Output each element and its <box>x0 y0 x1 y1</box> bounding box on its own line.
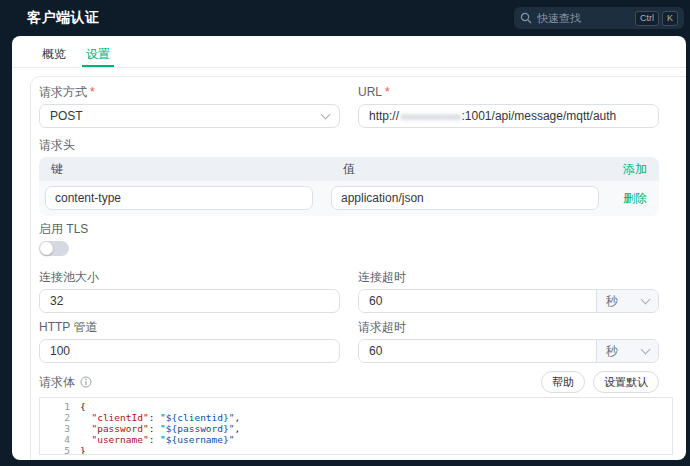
tab-overview[interactable]: 概览 <box>38 46 70 67</box>
http-pipeline-label: HTTP 管道 <box>39 320 340 334</box>
key-column-header: 键 <box>51 161 343 178</box>
add-header-button[interactable]: 添加 <box>623 161 647 178</box>
pipeline-timeout-row: HTTP 管道 请求超时 秒 <box>39 320 659 363</box>
request-body-header: 请求体 帮助 设置默认 <box>39 371 659 393</box>
connect-timeout-input[interactable] <box>359 290 596 312</box>
editor-line: 3 "password": "${password}", <box>40 423 672 434</box>
toggle-knob <box>40 242 53 255</box>
headers-table-head: 键 值 添加 <box>39 157 659 181</box>
line-number: 1 <box>40 401 80 412</box>
request-method-label: 请求方式* <box>39 85 340 99</box>
required-asterisk: * <box>90 85 95 99</box>
request-method-value: POST <box>50 109 83 123</box>
header-key-input[interactable] <box>45 186 313 210</box>
connect-timeout-label: 连接超时 <box>358 270 659 284</box>
url-input[interactable]: http:// ●●●●●●●●●●●● :1001/api/message/m… <box>358 104 659 128</box>
request-body-editor[interactable]: 1 { 2 "clientId": "${clientid}", 3 "pass… <box>39 397 673 455</box>
tab-bar: 概览 设置 <box>12 36 686 68</box>
editor-line: 4 "username": "${username}" <box>40 434 672 445</box>
code-text: } <box>80 445 86 455</box>
unit-value: 秒 <box>606 293 618 310</box>
header-value-input[interactable] <box>331 186 599 210</box>
value-column-header: 值 <box>343 161 355 178</box>
delete-header-button[interactable]: 删除 <box>623 190 647 207</box>
request-headers-label: 请求头 <box>39 138 659 152</box>
header-row: 删除 <box>39 181 659 216</box>
pool-size-input[interactable] <box>39 289 340 313</box>
request-timeout-input[interactable] <box>359 340 596 362</box>
line-number: 2 <box>40 412 80 423</box>
url-suffix: :1001/api/message/mqtt/auth <box>462 109 617 123</box>
pool-size-label: 连接池大小 <box>39 270 340 284</box>
line-number: 4 <box>40 434 80 445</box>
tab-settings[interactable]: 设置 <box>82 46 114 67</box>
tls-toggle[interactable] <box>39 241 69 256</box>
top-bar: 客户端认证 快速查找 Ctrl K <box>0 0 690 36</box>
connect-timeout-unit-select[interactable]: 秒 <box>596 290 658 312</box>
shortcut-ctrl-badge: Ctrl <box>635 11 659 26</box>
code-text: { <box>80 401 86 412</box>
required-asterisk: * <box>385 85 390 99</box>
url-label: URL* <box>358 85 659 99</box>
url-prefix: http:// <box>369 109 399 123</box>
search-placeholder: 快速查找 <box>537 11 632 26</box>
info-icon[interactable] <box>80 376 92 388</box>
chevron-down-icon <box>641 345 651 355</box>
quick-search-box[interactable]: 快速查找 Ctrl K <box>514 7 684 29</box>
request-timeout-label: 请求超时 <box>358 320 659 334</box>
code-text: "password": "${password}", <box>80 423 240 434</box>
request-headers-table: 键 值 添加 删除 <box>39 157 659 216</box>
unit-value: 秒 <box>606 343 618 360</box>
code-text: "clientId": "${clientid}", <box>80 412 240 423</box>
url-redacted-host: ●●●●●●●●●●●● <box>400 111 460 122</box>
pool-timeout-row: 连接池大小 连接超时 秒 <box>39 270 659 313</box>
search-icon <box>520 12 532 24</box>
connect-timeout-field: 秒 <box>358 289 659 313</box>
request-timeout-unit-select[interactable]: 秒 <box>596 340 658 362</box>
method-url-row: 请求方式* POST URL* http:// ●●●●●●●●●●●● :10… <box>39 85 659 128</box>
editor-line: 5 } <box>40 445 672 455</box>
line-number: 3 <box>40 423 80 434</box>
help-button[interactable]: 帮助 <box>541 371 585 393</box>
chevron-down-icon <box>321 110 331 120</box>
http-pipeline-input[interactable] <box>39 339 340 363</box>
set-default-button[interactable]: 设置默认 <box>593 371 659 393</box>
chevron-down-icon <box>641 295 651 305</box>
code-text: "username": "${username}" <box>80 434 234 445</box>
request-body-label: 请求体 <box>39 375 75 389</box>
request-method-select[interactable]: POST <box>39 104 340 128</box>
editor-line: 1 { <box>40 401 672 412</box>
line-number: 5 <box>40 445 80 455</box>
page-title: 客户端认证 <box>27 9 100 27</box>
enable-tls-label: 启用 TLS <box>39 222 659 236</box>
settings-form-panel: 请求方式* POST URL* http:// ●●●●●●●●●●●● :10… <box>30 76 686 460</box>
shortcut-k-badge: K <box>662 11 678 26</box>
editor-line: 2 "clientId": "${clientid}", <box>40 412 672 423</box>
content-card: 概览 设置 请求方式* POST URL* <box>12 36 686 460</box>
request-timeout-field: 秒 <box>358 339 659 363</box>
